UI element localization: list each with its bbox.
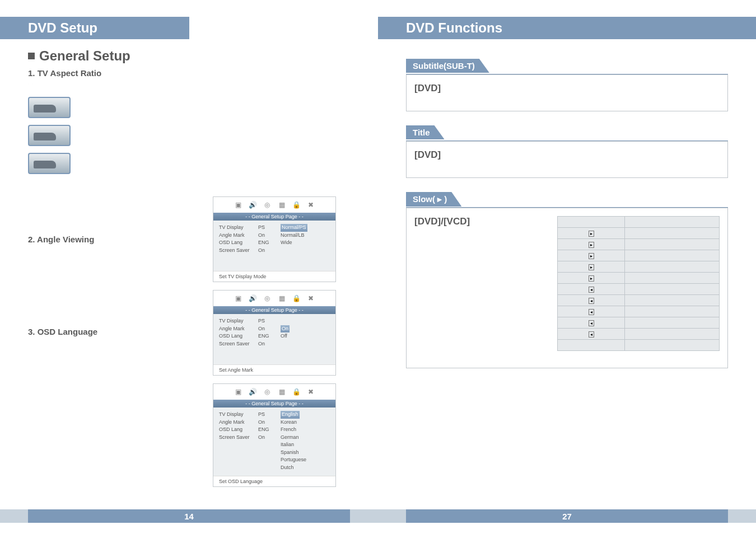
slow-table: ▸ ▸ ▸ ▸ ▸ ◂ ◂ ◂ ◂ ◂	[557, 216, 720, 351]
disc-icon: ◎	[263, 200, 272, 209]
aspect-thumb-ps	[28, 97, 71, 118]
label-dvd-2: [DVD]	[414, 149, 720, 161]
section-general-setup: General Setup	[28, 48, 350, 64]
footer-right: 27	[378, 509, 756, 523]
aspect-thumb-lb	[28, 125, 71, 146]
tab-slow: Slow( ▸ )	[406, 192, 461, 207]
section-subtitle: Subtitle(SUB-T) [DVD]	[406, 59, 728, 111]
sub-3-title: 3. OSD Language	[28, 327, 196, 336]
video-icon: ▦	[277, 387, 286, 396]
tv-icon: ▣	[234, 294, 242, 303]
disc-icon: ◎	[263, 387, 272, 396]
header-title-right: DVD Functions	[406, 20, 502, 36]
tab-subtitle: Subtitle(SUB-T)	[406, 59, 489, 73]
sub-1-title: 1. TV Aspect Ratio	[28, 68, 350, 78]
osd-screenshot-language: ▣ 🔊 ◎ ▦ 🔒 ✖ - - General Setup Page - - T…	[213, 383, 336, 487]
table-row: ◂	[558, 329, 720, 340]
table-row: ▸	[558, 250, 720, 261]
page-number-left: 14	[184, 512, 194, 521]
table-row: ▸	[558, 261, 720, 273]
aspect-thumbnails	[28, 97, 71, 174]
table-row: ▸	[558, 239, 720, 250]
aspect-thumb-wide	[28, 153, 71, 174]
disc-icon: ◎	[263, 294, 272, 303]
page-right: DVD Functions Subtitle(SUB-T) [DVD] Titl…	[378, 0, 756, 534]
osd-foot: Set TV Display Mode	[213, 271, 335, 282]
tools-icon: ✖	[306, 200, 315, 209]
lock-icon: 🔒	[292, 294, 301, 303]
speaker-icon: 🔊	[248, 294, 257, 303]
video-icon: ▦	[277, 294, 286, 303]
section-slow: Slow( ▸ ) [DVD]/[VCD] ▸ ▸ ▸ ▸ ▸ ◂ ◂ ◂ ◂ …	[406, 192, 728, 368]
header-title-left: DVD Setup	[28, 20, 97, 36]
footer-left: 14	[0, 509, 378, 523]
sub-2-title: 2. Angle Viewing	[28, 235, 196, 244]
header-bar-left: DVD Setup	[0, 17, 189, 39]
table-row: ◂	[558, 317, 720, 329]
table-row: ▸	[558, 228, 720, 239]
tools-icon: ✖	[306, 387, 315, 396]
osd-screenshot-tv-display: ▣ 🔊 ◎ ▦ 🔒 ✖ - - General Setup Page - - T…	[213, 196, 336, 282]
label-dvd-1: [DVD]	[414, 83, 720, 94]
video-icon: ▦	[277, 200, 286, 209]
table-row: ▸	[558, 273, 720, 284]
osd-screenshot-angle: ▣ 🔊 ◎ ▦ 🔒 ✖ - - General Setup Page - - T…	[213, 290, 336, 376]
lock-icon: 🔒	[292, 387, 301, 396]
lock-icon: 🔒	[292, 200, 301, 209]
speaker-icon: 🔊	[248, 387, 257, 396]
table-row: ◂	[558, 284, 720, 295]
header-bar-right: DVD Functions	[378, 17, 756, 39]
tab-title: Title	[406, 125, 445, 139]
page-number-right: 27	[562, 512, 572, 521]
section-title: General Setup	[39, 48, 130, 64]
table-row: ◂	[558, 295, 720, 306]
tv-icon: ▣	[234, 387, 242, 396]
section-title: Title [DVD]	[406, 125, 728, 178]
page-left: DVD Setup General Setup 1. TV Aspect Rat…	[0, 0, 378, 534]
label-dvd-vcd: [DVD]/[VCD]	[414, 216, 546, 227]
table-row: ◂	[558, 306, 720, 317]
osd-banner: - - General Setup Page - -	[213, 213, 335, 221]
table-row	[558, 340, 720, 351]
speaker-icon: 🔊	[248, 200, 257, 209]
tv-icon: ▣	[234, 200, 242, 209]
tools-icon: ✖	[306, 294, 315, 303]
